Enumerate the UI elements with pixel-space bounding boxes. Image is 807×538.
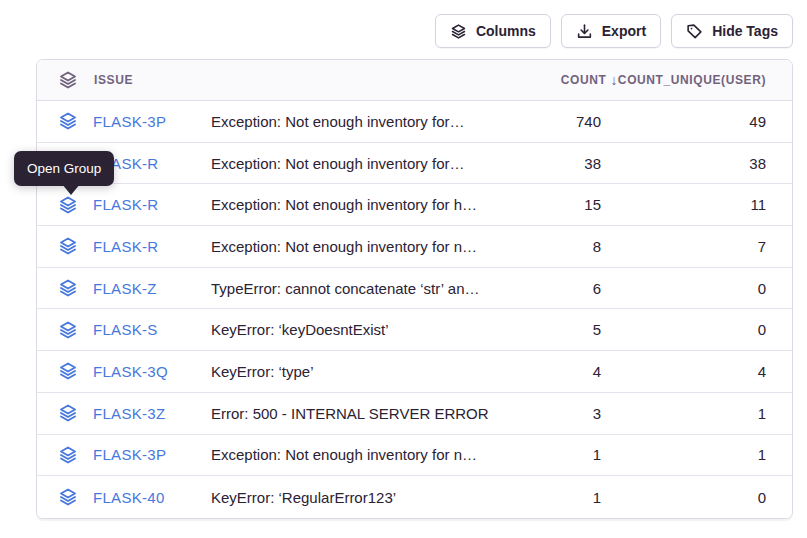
layers-icon[interactable] xyxy=(58,111,78,131)
issue-cell: FLASK-3P xyxy=(58,111,211,131)
issue-cell: FLASK-R xyxy=(58,236,211,256)
count-unique-value: 4 xyxy=(601,363,766,380)
issue-cell: FLASK-R xyxy=(58,195,211,215)
issue-link[interactable]: FLASK-3P xyxy=(93,446,166,463)
tooltip-label: Open Group xyxy=(27,161,101,176)
count-unique-value: 1 xyxy=(601,446,766,463)
count-unique-value: 0 xyxy=(601,280,766,297)
issues-table: ISSUE COUNT ↓ COUNT_UNIQUE(USER) FLASK-3… xyxy=(36,59,793,519)
columns-button[interactable]: Columns xyxy=(435,14,551,48)
layers-icon[interactable] xyxy=(58,487,78,507)
issue-cell: FLASK-3Q xyxy=(58,361,211,381)
issue-link[interactable]: FLASK-Z xyxy=(93,280,157,297)
issue-title: TypeError: cannot concatenate ‘str’ an… xyxy=(211,280,501,297)
export-button[interactable]: Export xyxy=(561,14,661,48)
hide-tags-button-label: Hide Tags xyxy=(712,23,778,39)
count-unique-value: 11 xyxy=(601,196,766,213)
column-header-count-unique[interactable]: COUNT_UNIQUE(USER) xyxy=(601,73,766,87)
table-row[interactable]: FLASK-3P Exception: Not enough inventory… xyxy=(37,435,792,477)
table-row[interactable]: FLASK-S KeyError: ‘keyDoesntExist’ 5 0 xyxy=(37,309,792,351)
count-value: 8 xyxy=(501,238,601,255)
issue-title: Exception: Not enough inventory for h… xyxy=(211,196,501,213)
page: Columns Export Hide Tags xyxy=(0,0,807,538)
issue-link[interactable]: FLASK-3P xyxy=(93,113,166,130)
issue-title: Exception: Not enough inventory for n… xyxy=(211,238,501,255)
issue-title: KeyError: ‘keyDoesntExist’ xyxy=(211,321,501,338)
count-unique-value: 7 xyxy=(601,238,766,255)
table-row[interactable]: FLASK-3P Exception: Not enough inventory… xyxy=(37,101,792,143)
layers-icon[interactable] xyxy=(58,195,78,215)
hide-tags-button[interactable]: Hide Tags xyxy=(671,14,793,48)
count-unique-value: 49 xyxy=(601,113,766,130)
count-value: 6 xyxy=(501,280,601,297)
issue-link[interactable]: FLASK-R xyxy=(93,196,158,213)
tag-icon xyxy=(686,23,703,40)
table-header-row: ISSUE COUNT ↓ COUNT_UNIQUE(USER) xyxy=(37,60,792,101)
table-row[interactable]: FLASK-R Exception: Not enough inventory … xyxy=(37,226,792,268)
issue-cell: FLASK-3P xyxy=(58,445,211,465)
layers-icon[interactable] xyxy=(58,320,78,340)
column-header-issue: ISSUE xyxy=(58,70,211,90)
count-unique-value: 38 xyxy=(601,155,766,172)
count-unique-value: 0 xyxy=(601,321,766,338)
issue-cell: FLASK-S xyxy=(58,320,211,340)
count-unique-value: 0 xyxy=(601,489,766,506)
layers-icon[interactable] xyxy=(58,236,78,256)
open-group-tooltip: Open Group xyxy=(14,151,114,186)
issue-column-label: ISSUE xyxy=(94,73,133,87)
layers-icon[interactable] xyxy=(58,278,78,298)
count-column-label: COUNT xyxy=(561,73,607,87)
count-value: 1 xyxy=(501,446,601,463)
export-button-label: Export xyxy=(602,23,646,39)
layers-icon xyxy=(58,70,78,90)
table-row[interactable]: FLASK-3Z Error: 500 - INTERNAL SERVER ER… xyxy=(37,393,792,435)
toolbar: Columns Export Hide Tags xyxy=(0,0,807,48)
table-row[interactable]: FLASK-R Exception: Not enough inventory … xyxy=(37,184,792,226)
issue-link[interactable]: FLASK-3Q xyxy=(93,363,168,380)
count-value: 5 xyxy=(501,321,601,338)
issue-cell: FLASK-3Z xyxy=(58,403,211,423)
issue-title: KeyError: ‘type’ xyxy=(211,363,501,380)
issue-cell: FLASK-Z xyxy=(58,278,211,298)
count-value: 1 xyxy=(501,489,601,506)
issue-title: KeyError: ‘RegularError123’ xyxy=(211,489,501,506)
count-value: 4 xyxy=(501,363,601,380)
count-value: 38 xyxy=(501,155,601,172)
issue-cell: FLASK-40 xyxy=(58,487,211,507)
table-row[interactable]: FLASK-Z TypeError: cannot concatenate ‘s… xyxy=(37,268,792,310)
count-value: 740 xyxy=(501,113,601,130)
issue-link[interactable]: FLASK-R xyxy=(93,238,158,255)
count-unique-value: 1 xyxy=(601,405,766,422)
layers-icon[interactable] xyxy=(58,361,78,381)
layers-icon[interactable] xyxy=(58,403,78,423)
table-row[interactable]: FLASK-40 KeyError: ‘RegularError123’ 1 0 xyxy=(37,476,792,518)
layers-icon[interactable] xyxy=(58,445,78,465)
issue-title: Exception: Not enough inventory for… xyxy=(211,113,501,130)
count-value: 15 xyxy=(501,196,601,213)
tooltip-caret xyxy=(62,184,80,195)
issue-title: Exception: Not enough inventory for… xyxy=(211,155,501,172)
issue-title: Error: 500 - INTERNAL SERVER ERROR xyxy=(211,405,501,422)
columns-button-label: Columns xyxy=(476,23,536,39)
table-body: FLASK-3P Exception: Not enough inventory… xyxy=(37,101,792,518)
layers-icon xyxy=(450,23,467,40)
issue-link[interactable]: FLASK-40 xyxy=(93,489,165,506)
issue-title: Exception: Not enough inventory for n… xyxy=(211,446,501,463)
table-row[interactable]: FLASK-R Exception: Not enough inventory … xyxy=(37,143,792,185)
issue-link[interactable]: FLASK-S xyxy=(93,321,158,338)
count-value: 3 xyxy=(501,405,601,422)
issue-link[interactable]: FLASK-3Z xyxy=(93,405,165,422)
column-header-count[interactable]: COUNT ↓ xyxy=(501,72,601,88)
table-row[interactable]: FLASK-3Q KeyError: ‘type’ 4 4 xyxy=(37,351,792,393)
download-icon xyxy=(576,23,593,40)
